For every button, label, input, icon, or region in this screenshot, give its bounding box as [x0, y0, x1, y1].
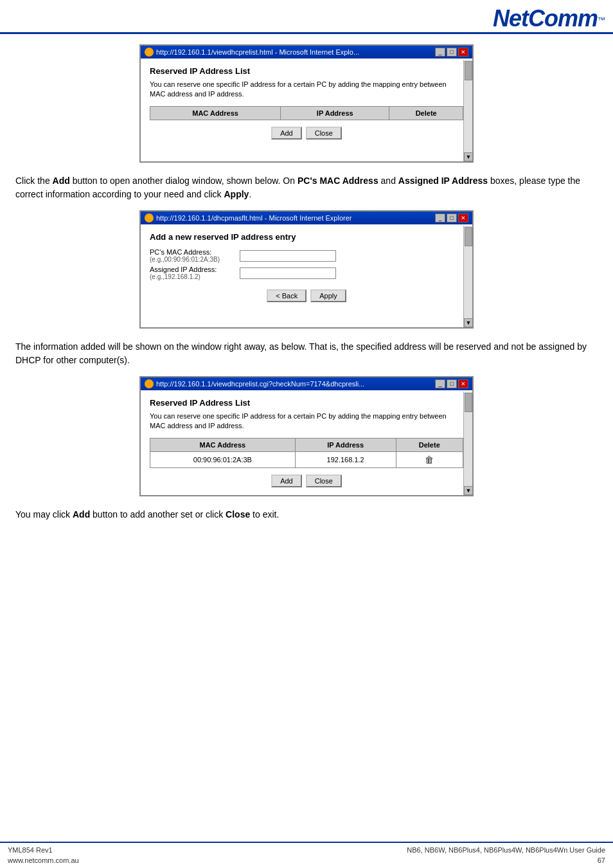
titlebar-3: http://192.160.1.1/viewdhcprelist.cgi?ch…: [141, 377, 472, 390]
page-footer: YML854 Rev1 www.netcomm.com.au NB6, NB6W…: [0, 842, 613, 868]
para1-add-bold: Add: [53, 176, 70, 186]
minimize-btn-1[interactable]: _: [435, 48, 445, 57]
para1-mac-bold: PC's MAC Address: [298, 176, 378, 186]
col-delete-1: Delete: [389, 106, 463, 120]
minimize-btn-2[interactable]: _: [435, 213, 445, 222]
titlebar-2-title: http://192.160.1.1/dhcpmasflt.html - Mic…: [156, 214, 351, 222]
para3-middle: button to add another set or click: [90, 509, 226, 520]
col-mac-1: MAC Address: [150, 106, 281, 120]
desc-text-1: You can reserve one specific IP address …: [150, 80, 463, 100]
ip-sublabel: (e.g.,192.168.1.2): [150, 273, 240, 280]
maximize-btn-1[interactable]: □: [447, 48, 457, 57]
btn-row-1: Add Close: [150, 127, 463, 140]
para1-before: Click the: [15, 176, 53, 186]
logo-tm: ™: [598, 15, 605, 24]
ip-field-row: Assigned IP Address: (e.g.,192.168.1.2): [150, 266, 463, 280]
close-button-3[interactable]: Close: [306, 475, 342, 487]
scrollbar-1[interactable]: ▼: [463, 60, 472, 161]
btn-row-3: Add Close: [150, 475, 463, 487]
browser-icon-2: [145, 213, 154, 222]
paragraph-2: The information added will be shown on t…: [15, 340, 598, 367]
scrollbar-2[interactable]: ▼: [463, 226, 472, 327]
footer-left: YML854 Rev1 www.netcomm.com.au: [8, 845, 79, 865]
ip-table-1: MAC Address IP Address Delete: [150, 106, 463, 120]
col-delete-3: Delete: [396, 438, 463, 451]
ip-label-col: Assigned IP Address: (e.g.,192.168.1.2): [150, 266, 240, 280]
back-button[interactable]: < Back: [267, 289, 306, 302]
titlebar-1: http://192.160.1.1/viewdhcprelist.html -…: [141, 46, 472, 59]
window-controls-1: _ □ ✕: [435, 48, 468, 57]
footer-product: NB6, NB6W, NB6Plus4, NB6Plus4W, NB6Plus4…: [407, 845, 605, 855]
para1-end: .: [249, 189, 251, 199]
add-button-1[interactable]: Add: [271, 127, 302, 140]
col-ip-1: IP Address: [281, 106, 389, 120]
browser-window-1: http://192.160.1.1/viewdhcprelist.html -…: [139, 44, 474, 163]
mac-sublabel: (e.g.,00:90:96:01:2A:3B): [150, 256, 240, 263]
scrollbar-thumb-3: [465, 393, 472, 412]
paragraph-1: Click the Add button to open another dia…: [15, 174, 598, 201]
section-title-1: Reserved IP Address List: [150, 66, 463, 76]
browser-content-2: Add a new reserved IP address entry PC's…: [141, 224, 472, 327]
apply-button[interactable]: Apply: [310, 289, 346, 302]
main-content: http://192.160.1.1/viewdhcprelist.html -…: [0, 34, 613, 541]
minimize-btn-3[interactable]: _: [435, 379, 445, 388]
mac-label-col: PC's MAC Address: (e.g.,00:90:96:01:2A:3…: [150, 248, 240, 263]
titlebar-1-title: http://192.160.1.1/viewdhcprelist.html -…: [156, 48, 359, 56]
maximize-btn-2[interactable]: □: [447, 213, 457, 222]
delete-icon[interactable]: 🗑: [425, 455, 434, 465]
scrollbar-down-1[interactable]: ▼: [464, 152, 473, 161]
section-title-2: Add a new reserved IP address entry: [150, 232, 463, 242]
window-controls-2: _ □ ✕: [435, 213, 468, 222]
footer-right: NB6, NB6W, NB6Plus4, NB6Plus4W, NB6Plus4…: [407, 845, 605, 865]
col-ip-3: IP Address: [295, 438, 396, 451]
titlebar-3-title: http://192.160.1.1/viewdhcprelist.cgi?ch…: [156, 380, 364, 388]
para3-add-bold: Add: [73, 509, 90, 520]
para3-close-bold: Close: [226, 509, 250, 520]
row-ip: 192.168.1.2: [295, 451, 396, 467]
para1-ip-bold: Assigned IP Address: [398, 176, 488, 186]
footer-model: YML854 Rev1: [8, 845, 79, 855]
ip-table-3: MAC Address IP Address Delete 00:90:96:0…: [150, 438, 463, 468]
mac-label: PC's MAC Address:: [150, 248, 240, 256]
close-button-1[interactable]: Close: [306, 127, 342, 140]
scrollbar-3[interactable]: ▼: [463, 392, 472, 495]
desc-text-3: You can reserve one specific IP address …: [150, 411, 463, 431]
mac-input[interactable]: [240, 250, 336, 262]
para3-after: to exit.: [250, 509, 279, 520]
para3-before: You may click: [15, 509, 73, 520]
close-btn-2[interactable]: ✕: [458, 213, 468, 222]
browser-icon-1: [145, 48, 154, 57]
close-btn-3[interactable]: ✕: [458, 379, 468, 388]
section-title-3: Reserved IP Address List: [150, 398, 463, 408]
col-mac-3: MAC Address: [150, 438, 296, 451]
ip-input[interactable]: [240, 267, 336, 279]
footer-page: 67: [407, 856, 605, 865]
btn-row-2: < Back Apply: [150, 289, 463, 302]
scrollbar-down-2[interactable]: ▼: [464, 318, 473, 327]
page-header: NetComm™: [0, 0, 613, 34]
row-delete[interactable]: 🗑: [396, 451, 463, 467]
add-button-3[interactable]: Add: [271, 475, 302, 487]
ip-label: Assigned IP Address:: [150, 266, 240, 273]
browser-window-3: http://192.160.1.1/viewdhcprelist.cgi?ch…: [139, 376, 474, 496]
scrollbar-down-3[interactable]: ▼: [464, 486, 473, 495]
para1-middle: button to open another dialog window, sh…: [70, 176, 298, 186]
logo: NetComm™: [493, 5, 605, 32]
footer-website: www.netcomm.com.au: [8, 856, 79, 865]
para1-and: and: [378, 176, 398, 186]
logo-text: NetComm: [493, 5, 598, 32]
browser-icon-3: [145, 379, 154, 388]
paragraph-3: You may click Add button to add another …: [15, 508, 598, 521]
row-mac: 00:90:96:01:2A:3B: [150, 451, 296, 467]
scrollbar-thumb-2: [465, 227, 472, 246]
browser-content-3: Reserved IP Address List You can reserve…: [141, 390, 472, 495]
para1-apply-bold: Apply: [224, 189, 249, 199]
close-btn-1[interactable]: ✕: [458, 48, 468, 57]
window-controls-3: _ □ ✕: [435, 379, 468, 388]
browser-window-2: http://192.160.1.1/dhcpmasflt.html - Mic…: [139, 210, 474, 329]
form-area: PC's MAC Address: (e.g.,00:90:96:01:2A:3…: [150, 248, 463, 280]
mac-field-row: PC's MAC Address: (e.g.,00:90:96:01:2A:3…: [150, 248, 463, 263]
browser-content-1: Reserved IP Address List You can reserve…: [141, 59, 472, 161]
maximize-btn-3[interactable]: □: [447, 379, 457, 388]
scrollbar-thumb-1: [465, 61, 472, 80]
